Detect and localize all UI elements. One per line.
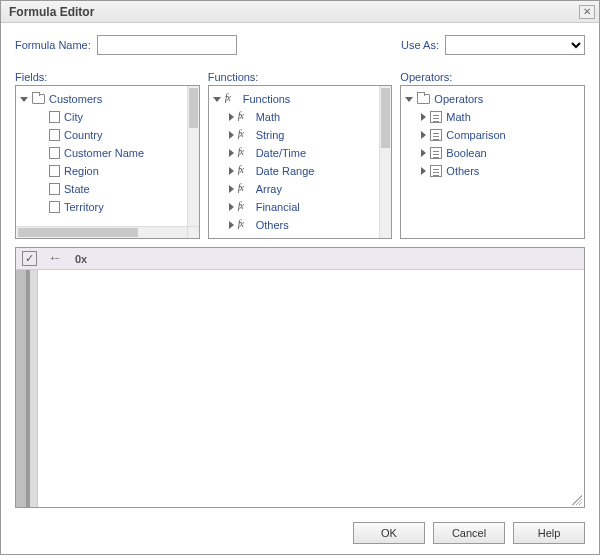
fx-icon	[238, 129, 252, 141]
folder-icon	[417, 94, 430, 104]
function-category[interactable]: Math	[229, 108, 380, 126]
formula-name-label: Formula Name:	[15, 39, 91, 51]
field-item[interactable]: State	[36, 180, 187, 198]
operators-root-label: Operators	[434, 93, 483, 105]
operator-category[interactable]: Boolean	[421, 144, 584, 162]
function-category[interactable]: Date/Time	[229, 144, 380, 162]
formula-textarea[interactable]	[38, 270, 584, 507]
resize-grip-icon[interactable]	[572, 495, 582, 505]
vertical-scrollbar[interactable]	[187, 86, 199, 226]
folder-icon	[32, 94, 45, 104]
selector-panels: Fields: Customers City Country	[15, 71, 585, 239]
field-icon	[49, 183, 60, 195]
field-icon	[49, 165, 60, 177]
field-item[interactable]: Customer Name	[36, 144, 187, 162]
dialog-title: Formula Editor	[9, 5, 579, 19]
fields-root[interactable]: Customers	[20, 90, 187, 108]
fx-icon	[238, 147, 252, 159]
field-icon	[49, 129, 60, 141]
vertical-scrollbar[interactable]	[379, 86, 391, 238]
chevron-down-icon[interactable]	[405, 97, 413, 102]
chevron-down-icon[interactable]	[20, 97, 28, 102]
field-item[interactable]: Region	[36, 162, 187, 180]
operator-icon	[430, 165, 442, 177]
editor-toolbar: ✓ +− 0x	[16, 248, 584, 270]
function-category[interactable]: Financial	[229, 198, 380, 216]
field-item[interactable]: City	[36, 108, 187, 126]
functions-root[interactable]: Functions	[213, 90, 380, 108]
function-category[interactable]: Others	[229, 216, 380, 234]
fields-header: Fields:	[15, 71, 200, 83]
field-item[interactable]: Territory	[36, 198, 187, 216]
operators-panel: Operators: Operators Math Comparison	[400, 71, 585, 239]
fx-icon	[238, 165, 252, 177]
functions-panel: Functions: Functions Math String	[208, 71, 393, 239]
editor-gutter	[16, 270, 38, 507]
close-icon[interactable]: ✕	[579, 5, 595, 19]
chevron-down-icon[interactable]	[213, 97, 221, 102]
field-item[interactable]: Country	[36, 126, 187, 144]
formula-editor-area: ✓ +− 0x	[15, 247, 585, 508]
chevron-right-icon[interactable]	[421, 149, 426, 157]
ok-button[interactable]: OK	[353, 522, 425, 544]
help-button[interactable]: Help	[513, 522, 585, 544]
operator-icon	[430, 111, 442, 123]
field-icon	[49, 147, 60, 159]
fx-icon	[238, 201, 252, 213]
operators-button[interactable]: +−	[46, 251, 64, 267]
chevron-right-icon[interactable]	[421, 113, 426, 121]
operator-category[interactable]: Comparison	[421, 126, 584, 144]
use-as-select[interactable]	[445, 35, 585, 55]
chevron-right-icon[interactable]	[229, 167, 234, 175]
validate-button[interactable]: ✓	[20, 251, 38, 267]
operators-header: Operators:	[400, 71, 585, 83]
chevron-right-icon[interactable]	[229, 131, 234, 139]
titlebar: Formula Editor ✕	[1, 1, 599, 23]
fx-icon	[225, 93, 239, 105]
fields-panel: Fields: Customers City Country	[15, 71, 200, 239]
formula-name-input[interactable]	[97, 35, 237, 55]
field-icon	[49, 111, 60, 123]
chevron-right-icon[interactable]	[229, 203, 234, 211]
formula-editor-dialog: Formula Editor ✕ Formula Name: Use As: F…	[0, 0, 600, 555]
operator-category[interactable]: Others	[421, 162, 584, 180]
operator-icon	[430, 147, 442, 159]
function-category[interactable]: String	[229, 126, 380, 144]
chevron-right-icon[interactable]	[421, 167, 426, 175]
chevron-right-icon[interactable]	[229, 113, 234, 121]
cancel-button[interactable]: Cancel	[433, 522, 505, 544]
operator-icon	[430, 129, 442, 141]
function-category[interactable]: Date Range	[229, 162, 380, 180]
chevron-right-icon[interactable]	[421, 131, 426, 139]
function-category[interactable]: Array	[229, 180, 380, 198]
chevron-right-icon[interactable]	[229, 185, 234, 193]
top-form-row: Formula Name: Use As:	[15, 35, 585, 55]
fx-icon	[238, 219, 252, 231]
fx-icon	[238, 183, 252, 195]
hex-button[interactable]: 0x	[72, 251, 90, 267]
functions-root-label: Functions	[243, 93, 291, 105]
operator-category[interactable]: Math	[421, 108, 584, 126]
horizontal-scrollbar[interactable]	[16, 226, 187, 238]
use-as-label: Use As:	[401, 39, 439, 51]
operators-root[interactable]: Operators	[405, 90, 584, 108]
chevron-right-icon[interactable]	[229, 221, 234, 229]
functions-header: Functions:	[208, 71, 393, 83]
dialog-footer: OK Cancel Help	[15, 516, 585, 544]
fields-root-label: Customers	[49, 93, 102, 105]
fx-icon	[238, 111, 252, 123]
chevron-right-icon[interactable]	[229, 149, 234, 157]
field-icon	[49, 201, 60, 213]
